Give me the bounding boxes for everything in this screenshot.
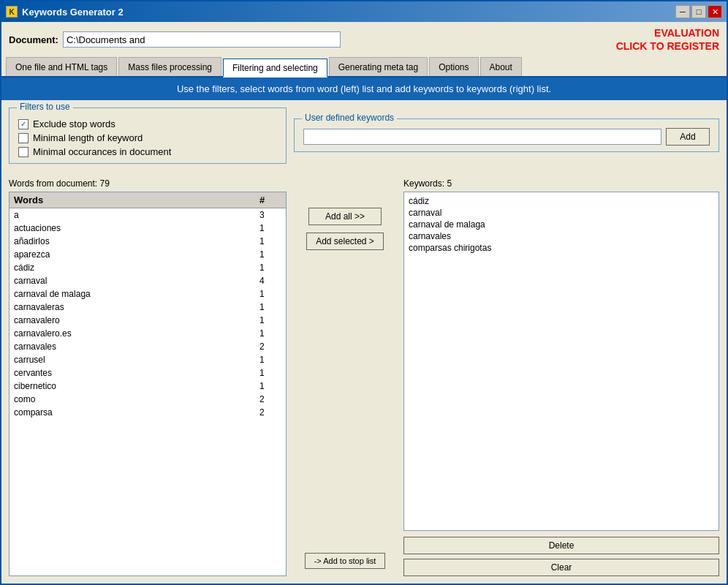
delete-button[interactable]: Delete: [403, 537, 719, 554]
add-to-stop-button[interactable]: -> Add to stop list: [305, 553, 386, 569]
tab-about[interactable]: About: [480, 57, 522, 76]
table-row[interactable]: añadirlos1: [10, 235, 286, 248]
user-kw-legend: User defined keywords: [302, 113, 397, 123]
main-window: K Keywords Generator 2 ─ □ ✕ Document: E…: [0, 0, 728, 585]
table-row[interactable]: carnavales2: [10, 340, 286, 353]
tab-options[interactable]: Options: [429, 57, 478, 76]
filters-legend: Filters to use: [17, 102, 73, 112]
list-item[interactable]: comparsas chirigotas: [407, 242, 716, 254]
eval-line2: CLICK TO REGISTER: [616, 39, 719, 53]
list-item[interactable]: cádiz: [407, 195, 716, 207]
words-section-label: Words from document: 79: [9, 178, 287, 189]
list-item[interactable]: carnaval de malaga: [407, 219, 716, 230]
filter-minocc-checkbox[interactable]: [18, 147, 29, 157]
window-title: Keywords Generator 2: [22, 7, 124, 18]
tab-meta[interactable]: Generating meta tag: [329, 57, 428, 76]
doc-label: Document:: [9, 34, 58, 45]
list-item[interactable]: carnavales: [407, 230, 716, 242]
user-kw-row: Add: [303, 128, 710, 146]
filter-minocc-label: Minimal occurances in document: [33, 146, 171, 157]
doc-path-input[interactable]: [63, 31, 341, 48]
middle-col: Add all >> Add selected > -> Add to stop…: [294, 178, 396, 576]
eval-text[interactable]: EVALUATION CLICK TO REGISTER: [616, 26, 719, 53]
keywords-list[interactable]: cádiz carnaval carnaval de malaga carnav…: [403, 192, 719, 531]
right-col: Keywords: 5 cádiz carnaval carnaval de m…: [403, 178, 719, 576]
tabs-bar: One file and HTML tags Mass files proces…: [1, 57, 727, 78]
table-row[interactable]: aparezca1: [10, 248, 286, 261]
tab-one-file[interactable]: One file and HTML tags: [6, 57, 117, 76]
table-row[interactable]: cervantes1: [10, 366, 286, 380]
tab-mass[interactable]: Mass files processing: [118, 57, 221, 76]
filter-minlen-row: Minimal length of keyword: [18, 132, 277, 143]
user-defined-box: User defined keywords Add: [294, 118, 719, 152]
col-count-header: #: [257, 195, 286, 205]
filter-minocc-row: Minimal occurances in document: [18, 146, 277, 157]
maximize-button[interactable]: □: [691, 5, 706, 18]
doc-label-area: Document:: [9, 31, 341, 48]
two-col-layout: Words from document: 79 Words # a3 actua…: [9, 178, 719, 576]
table-row[interactable]: cibernetico1: [10, 380, 286, 393]
user-kw-input[interactable]: [303, 129, 661, 145]
col-words-header: Words: [10, 195, 257, 205]
doc-bar: Document: EVALUATION CLICK TO REGISTER: [1, 22, 727, 57]
words-count: 79: [100, 178, 110, 189]
keywords-label: Keywords:: [403, 178, 444, 189]
filter-exclude-label: Exclude stop words: [33, 118, 115, 129]
add-all-button[interactable]: Add all >>: [308, 208, 382, 225]
keywords-count: 5: [447, 178, 452, 189]
list-item[interactable]: carnaval: [407, 207, 716, 219]
minimize-button[interactable]: ─: [675, 5, 690, 18]
table-row[interactable]: carnaval de malaga1: [10, 287, 286, 301]
word-list-body[interactable]: a3 actuaciones1 añadirlos1 aparezca1 cád…: [10, 208, 286, 575]
words-list-label: Words from document:: [9, 178, 97, 189]
title-bar: K Keywords Generator 2 ─ □ ✕: [1, 1, 727, 22]
filter-minlen-label: Minimal length of keyword: [33, 132, 143, 143]
title-bar-left: K Keywords Generator 2: [6, 6, 124, 18]
close-button[interactable]: ✕: [708, 5, 722, 18]
clear-button[interactable]: Clear: [403, 559, 719, 576]
add-keyword-button[interactable]: Add: [666, 128, 710, 146]
table-row[interactable]: carnavalero1: [10, 314, 286, 327]
table-row[interactable]: carrusel1: [10, 353, 286, 366]
table-row[interactable]: carnavaleras1: [10, 301, 286, 314]
eval-line1: EVALUATION: [616, 26, 719, 39]
table-row[interactable]: carnaval4: [10, 274, 286, 287]
tab-filtering[interactable]: Filtering and selecting: [223, 58, 327, 78]
filter-exclude-checkbox[interactable]: ✓: [18, 119, 29, 129]
info-banner: Use the filters, select words from word …: [1, 78, 727, 100]
table-row[interactable]: actuaciones1: [10, 222, 286, 235]
right-buttons: Delete Clear: [403, 531, 719, 576]
table-row[interactable]: a3: [10, 208, 286, 222]
keywords-section-label: Keywords: 5: [403, 178, 719, 189]
table-row[interactable]: comparsa2: [10, 406, 286, 419]
word-list-container: Words # a3 actuaciones1 añadirlos1 apare…: [9, 192, 287, 576]
filter-minlen-checkbox[interactable]: [18, 133, 29, 143]
table-row[interactable]: carnavalero.es1: [10, 327, 286, 340]
word-list-header: Words #: [10, 192, 286, 208]
table-row[interactable]: como2: [10, 393, 286, 406]
title-buttons: ─ □ ✕: [675, 5, 722, 18]
table-row[interactable]: cádiz1: [10, 261, 286, 274]
app-icon: K: [6, 6, 18, 18]
main-content: Filters to use ✓ Exclude stop words Mini…: [1, 100, 727, 584]
filter-exclude-row: ✓ Exclude stop words: [18, 118, 277, 129]
left-col: Words from document: 79 Words # a3 actua…: [9, 178, 287, 576]
add-selected-button[interactable]: Add selected >: [306, 233, 384, 250]
filters-box: Filters to use ✓ Exclude stop words Mini…: [9, 107, 287, 164]
